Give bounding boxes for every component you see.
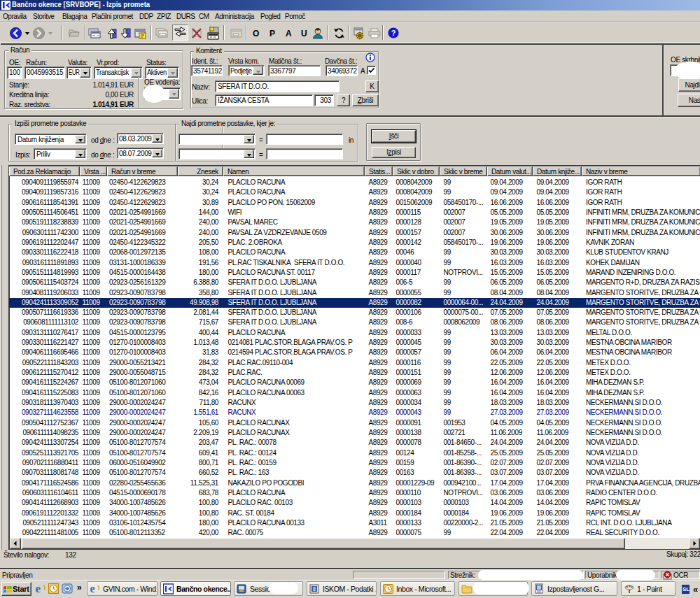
svg-text:e: e <box>90 583 95 595</box>
svg-text:?: ? <box>391 29 396 37</box>
svg-text:e: e <box>36 583 41 595</box>
